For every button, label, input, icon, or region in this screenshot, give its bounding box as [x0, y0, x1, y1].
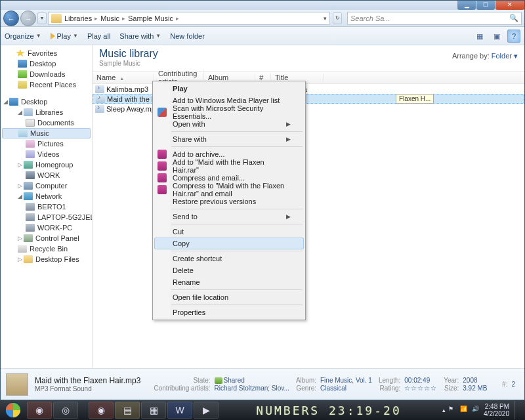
- ctx-restore[interactable]: Restore previous versions: [154, 196, 304, 207]
- newfolder-button[interactable]: New folder: [170, 32, 205, 40]
- sidebar-item-work[interactable]: WORK: [1, 170, 92, 180]
- details-filetype: MP3 Format Sound: [35, 385, 140, 392]
- windows-orb-icon: [5, 402, 21, 418]
- sidebar-computer[interactable]: ▷Computer: [1, 180, 92, 191]
- toolbar: Organize ▼ Play ▼ Play all Share with ▼ …: [1, 27, 524, 45]
- show-desktop-button[interactable]: [514, 401, 521, 419]
- play-button[interactable]: Play ▼: [51, 32, 78, 40]
- ctx-compress-rar-email[interactable]: Compress to "Maid with the Flaxen Hair.r…: [154, 184, 304, 196]
- arrange-by[interactable]: Arrange by:Folder ▾: [452, 52, 518, 60]
- context-menu: Play Add to Windows Media Player list Sc…: [152, 81, 306, 320]
- ctx-play[interactable]: Play: [154, 83, 304, 94]
- ctx-cut[interactable]: Cut: [154, 226, 304, 238]
- sidebar-item-pictures[interactable]: Pictures: [1, 138, 92, 149]
- tray-network-icon[interactable]: 📶: [460, 406, 469, 415]
- videos-icon: [26, 150, 35, 158]
- wallpaper-text: NUMBERS 23:19-20: [219, 404, 438, 417]
- sidebar-favorites[interactable]: Favorites: [1, 48, 92, 58]
- sharewith-button[interactable]: Share with ▼: [119, 32, 161, 40]
- tray-flag-icon[interactable]: ⚑: [448, 406, 457, 415]
- back-button[interactable]: ←: [3, 10, 19, 26]
- recyclebin-icon: [18, 245, 27, 253]
- search-input[interactable]: Search Sa... 🔍: [347, 12, 522, 25]
- sidebar-item-videos[interactable]: Videos: [1, 149, 92, 159]
- sidebar-libraries[interactable]: ◢Libraries: [1, 107, 92, 117]
- sidebar-item-desktop[interactable]: Desktop: [1, 58, 92, 69]
- close-button[interactable]: ✕: [495, 1, 524, 10]
- pc-icon: [26, 203, 35, 211]
- star-icon: [16, 49, 25, 57]
- taskbar-chrome-2[interactable]: ◉: [89, 402, 114, 419]
- details-filename: Maid with the Flaxen Hair.mp3: [35, 376, 140, 385]
- crumb-music[interactable]: Music: [100, 14, 119, 22]
- sidebar-item-berto1[interactable]: BERTO1: [1, 201, 92, 212]
- crumb-drop-icon[interactable]: ▾: [324, 15, 327, 22]
- taskbar-app-3[interactable]: ▶: [194, 402, 219, 419]
- minimize-button[interactable]: ▁: [457, 1, 476, 10]
- sidebar-item-laptop[interactable]: LAPTOP-5G2JELH4: [1, 212, 92, 222]
- titlebar: ▁ ☐ ✕: [1, 1, 524, 10]
- help-button[interactable]: ?: [507, 30, 520, 43]
- start-button[interactable]: [0, 400, 26, 420]
- playall-button[interactable]: Play all: [87, 32, 110, 40]
- organize-button[interactable]: Organize ▼: [5, 32, 41, 40]
- tray-volume-icon[interactable]: 🔊: [472, 406, 481, 415]
- folder-icon: [24, 255, 33, 263]
- taskbar-explorer[interactable]: ▤: [115, 402, 140, 419]
- pane-button[interactable]: ▣: [490, 30, 503, 43]
- documents-icon: [26, 119, 35, 127]
- ctx-open-location[interactable]: Open file location: [154, 291, 304, 303]
- crumb-sample[interactable]: Sample Music: [128, 14, 173, 22]
- sidebar-recyclebin[interactable]: Recycle Bin: [1, 243, 92, 254]
- ctx-delete[interactable]: Delete: [154, 264, 304, 276]
- sidebar-item-music[interactable]: Music: [2, 128, 91, 138]
- ctx-share-with[interactable]: Share with▶: [154, 133, 304, 145]
- view-button[interactable]: ▦: [473, 30, 486, 43]
- tooltip: Flaxen H...: [396, 94, 434, 104]
- ctx-create-shortcut[interactable]: Create shortcut: [154, 253, 304, 264]
- sidebar-desktopfiles[interactable]: ▷Desktop Files: [1, 254, 92, 264]
- ctx-open-with[interactable]: Open with▶: [154, 118, 304, 130]
- music-file-icon: [95, 105, 104, 113]
- ctx-send-to[interactable]: Send to▶: [154, 211, 304, 222]
- music-file-icon: [95, 85, 104, 93]
- library-header: Music library Sample Music Arrange by:Fo…: [93, 45, 524, 71]
- refresh-button[interactable]: ↻: [333, 12, 342, 24]
- folder-icon: [51, 14, 62, 23]
- rating-stars[interactable]: ☆☆☆☆☆: [404, 385, 437, 392]
- forward-button[interactable]: →: [20, 10, 36, 26]
- ctx-rename[interactable]: Rename: [154, 276, 304, 288]
- sidebar-item-recent[interactable]: Recent Places: [1, 79, 92, 90]
- pc-icon: [26, 224, 35, 232]
- taskbar-app[interactable]: ◎: [53, 402, 78, 419]
- ctx-copy[interactable]: Copy: [154, 238, 304, 249]
- tray-chevron-icon[interactable]: ▴: [442, 407, 446, 413]
- breadcrumb[interactable]: Libraries▸ Music▸ Sample Music▸ ▾: [48, 12, 330, 25]
- archive-icon: [158, 150, 167, 159]
- archive-icon: [158, 161, 167, 171]
- history-button[interactable]: ▾: [37, 12, 47, 24]
- taskbar-chrome[interactable]: ◉: [27, 402, 52, 419]
- crumb-libraries[interactable]: Libraries: [64, 14, 92, 22]
- downloads-icon: [18, 70, 27, 78]
- pc-icon: [26, 213, 35, 221]
- sidebar-network[interactable]: ◢Network: [1, 191, 92, 201]
- sidebar-item-workpc[interactable]: WORK-PC: [1, 222, 92, 233]
- col-name[interactable]: Name: [93, 74, 154, 81]
- sidebar-item-downloads[interactable]: Downloads: [1, 69, 92, 79]
- ctx-scan-mse[interactable]: Scan with Microsoft Security Essentials.…: [154, 106, 304, 118]
- album-thumbnail: [6, 373, 28, 396]
- taskbar-app-2[interactable]: ▦: [141, 402, 166, 419]
- sidebar-homegroup[interactable]: ▷Homegroup: [1, 159, 92, 170]
- sidebar-desktop[interactable]: ◢Desktop: [1, 96, 92, 107]
- sidebar-item-documents[interactable]: Documents: [1, 117, 92, 128]
- libraries-icon: [24, 108, 33, 116]
- tray-clock[interactable]: 2:48 PM 4/2/2020: [484, 403, 509, 417]
- maximize-button[interactable]: ☐: [476, 1, 495, 10]
- taskbar-word[interactable]: W: [167, 402, 192, 419]
- sidebar-controlpanel[interactable]: ▷Control Panel: [1, 233, 92, 243]
- ctx-add-rar[interactable]: Add to "Maid with the Flaxen Hair.rar": [154, 160, 304, 172]
- search-placeholder: Search Sa...: [350, 14, 390, 22]
- pictures-icon: [26, 140, 35, 148]
- ctx-properties[interactable]: Properties: [154, 306, 304, 318]
